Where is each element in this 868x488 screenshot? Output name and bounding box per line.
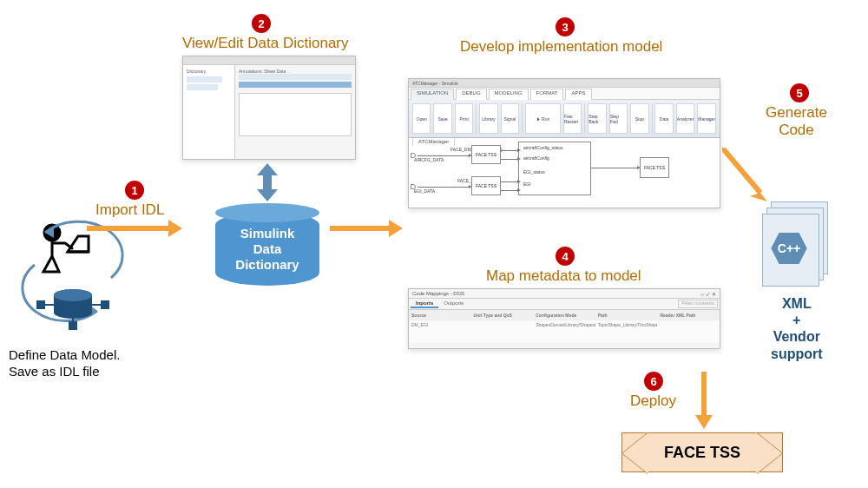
data-dictionary-window: Dictionary Annotations: Sheet Data (182, 56, 356, 160)
code-file-stack: C++ (762, 201, 830, 287)
step2-title: View/Edit Data Dictionary (182, 35, 349, 52)
sl-canvas-tab: ATCManager (412, 138, 455, 146)
arrow-1to2 (87, 226, 170, 231)
code-output-label: XML + Vendor support (771, 295, 823, 362)
start-label: Define Data Model. Save as IDL file (9, 347, 120, 380)
step4-badge: 4 (556, 247, 575, 266)
step6-badge: 6 (644, 372, 663, 391)
simulink-title: ATCManager - Simulink (412, 81, 458, 86)
map-tab-inports: Inports (411, 300, 438, 308)
face-tss-block-right: FACE TSS (640, 157, 669, 178)
out-egi: EGI (523, 181, 531, 187)
arrow-2to3 (330, 226, 391, 231)
step1-title: Import IDL (95, 201, 164, 219)
sl-tab-apps: APPS (565, 89, 591, 100)
start-label-line2: Save as IDL file (9, 364, 120, 380)
step2-badge: 2 (252, 14, 271, 33)
simulink-window: ATCManager - Simulink SIMULATION DEBUG M… (408, 78, 720, 208)
step3-badge: 3 (556, 17, 575, 36)
sl-tab-format: FORMAT (530, 89, 564, 100)
svg-rect-12 (69, 321, 77, 330)
step6-title: Deploy (630, 392, 676, 410)
step5-title: Generate Code (766, 104, 827, 139)
out-egi-status: EGI_status (523, 169, 545, 175)
map-filter: Filter contents (678, 300, 718, 308)
step3-title: Develop implementation model (460, 38, 662, 56)
code-mappings-window: Code Mappings - DDS ☼ ⤢ ✕ Inports Outpor… (408, 288, 720, 349)
out-acfg: aircraftConfig (523, 155, 549, 161)
face-tss-block-bot: FACE TSS (471, 176, 501, 195)
dd-sync-arrow (259, 163, 276, 201)
data-model-icon (17, 217, 130, 339)
step1-badge: 1 (125, 181, 144, 200)
out-acfg-status: aircraftConfig_status (523, 145, 563, 150)
face-tss-arrow: FACE TSS (621, 432, 783, 472)
svg-rect-8 (36, 300, 45, 309)
inport-aircfg: AIRCFG_DATA (414, 157, 444, 162)
simulink-data-dictionary-cylinder: Simulink Data Dictionary (215, 212, 319, 286)
sl-tab-model: MODELING (489, 89, 529, 100)
arrow-5to6 (701, 372, 707, 417)
inport-egi: EGI_DATA (414, 188, 435, 194)
map-title: Code Mappings - DDS (412, 291, 464, 296)
sl-tab-debug: DEBUG (456, 89, 486, 100)
step5-badge: 5 (790, 83, 809, 102)
sl-tab-sim: SIMULATION (411, 89, 454, 100)
map-tab-outports: Outports (438, 300, 469, 308)
step4-title: Map metadata to model (486, 267, 641, 285)
svg-rect-10 (101, 300, 109, 309)
svg-marker-15 (750, 193, 767, 201)
svg-point-7 (54, 289, 92, 301)
arrow-3to5 (722, 148, 774, 208)
face-tss-block-top: FACE TSS (471, 145, 501, 164)
svg-line-14 (722, 148, 760, 193)
start-label-line1: Define Data Model. (9, 347, 120, 364)
